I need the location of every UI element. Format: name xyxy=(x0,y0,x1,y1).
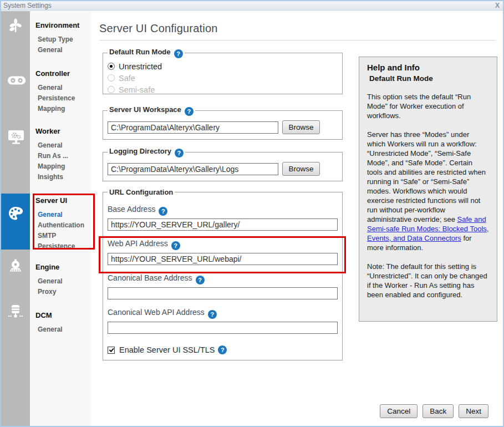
nav-item-controller-mapping[interactable]: Mapping xyxy=(38,105,89,113)
canonical-base-address-input[interactable] xyxy=(108,287,338,299)
nav-header-environment[interactable]: Environment xyxy=(35,21,89,29)
icon-strip xyxy=(1,11,30,426)
workspace-input[interactable] xyxy=(108,121,278,134)
ssl-row: Enable Server UI SSL/TLS xyxy=(108,345,338,354)
nav-item-server-ui-persistence[interactable]: Persistence xyxy=(38,242,89,250)
window-title: System Settings xyxy=(3,2,52,9)
nav-item-worker-insights[interactable]: Insights xyxy=(38,173,89,181)
help-icon-logging[interactable] xyxy=(175,149,184,157)
help-panel-title: Help and Info xyxy=(367,63,489,72)
nav-item-controller-general[interactable]: General xyxy=(38,84,89,92)
help-icon-ssl[interactable] xyxy=(218,345,227,354)
web-api-address-input[interactable] xyxy=(108,253,338,265)
palette-icon[interactable] xyxy=(7,205,24,222)
logging-directory-input[interactable] xyxy=(108,163,278,175)
ssl-checkbox[interactable] xyxy=(108,347,115,354)
nav-section-dcm: DCM General xyxy=(35,311,89,333)
system-settings-window: System Settings xyxy=(0,0,504,427)
nav-item-setup-type[interactable]: Setup Type xyxy=(38,35,89,43)
nav-section-server-ui: Server UI General Authentication SMTP Pe… xyxy=(35,196,89,250)
page-title: Server UI Configuration xyxy=(99,22,218,35)
radio-safe xyxy=(108,74,115,82)
logging-group: Logging Directory Browse xyxy=(103,147,343,181)
help-icon-web-api-address[interactable] xyxy=(171,241,180,250)
radio-row-safe: Safe xyxy=(108,73,338,83)
nav-item-server-ui-general[interactable]: General xyxy=(38,211,89,218)
browse-button-workspace[interactable]: Browse xyxy=(282,120,320,134)
nav-item-dcm-general[interactable]: General xyxy=(38,326,89,333)
nav-header-engine[interactable]: Engine xyxy=(35,263,89,271)
url-configuration-group: URL Configuration Base Address Web API A… xyxy=(103,188,343,360)
help-icon-canonical-web-api-address[interactable] xyxy=(208,310,217,319)
close-icon[interactable] xyxy=(495,2,500,9)
help-panel-subtitle: Default Run Mode xyxy=(369,74,489,83)
nav-item-worker-mapping[interactable]: Mapping xyxy=(38,162,89,170)
canonical-base-address-label: Canonical Base Address xyxy=(108,273,338,283)
browse-button-logging[interactable]: Browse xyxy=(282,162,320,176)
workspace-legend: Server UI Workspace xyxy=(109,105,181,114)
base-address-input[interactable] xyxy=(108,218,338,231)
nav-header-dcm[interactable]: DCM xyxy=(35,311,89,319)
help-panel: Help and Info Default Run Mode This opti… xyxy=(359,57,497,322)
radio-label-safe: Safe xyxy=(119,74,135,83)
nav-item-engine-proxy[interactable]: Proxy xyxy=(38,288,89,296)
title-bar: System Settings xyxy=(1,1,503,11)
web-api-address-label: Web API Address xyxy=(108,239,338,249)
workspace-group: Server UI Workspace Browse xyxy=(103,105,343,140)
nav-section-engine: Engine General Proxy xyxy=(35,263,89,296)
logging-legend: Logging Directory xyxy=(109,147,171,155)
plant-icon[interactable] xyxy=(7,18,24,34)
back-button[interactable]: Back xyxy=(422,404,454,418)
radio-row-unrestricted: Unrestricted xyxy=(108,62,338,71)
url-configuration-legend: URL Configuration xyxy=(109,188,173,196)
nav-item-worker-run-as[interactable]: Run As ... xyxy=(38,152,89,160)
default-run-mode-legend: Default Run Mode xyxy=(109,48,171,56)
nav-section-controller: Controller General Persistence Mapping xyxy=(35,69,89,113)
help-icon-default-run-mode[interactable] xyxy=(174,49,183,58)
nav-header-worker[interactable]: Worker xyxy=(35,127,89,135)
nav-header-server-ui[interactable]: Server UI xyxy=(35,196,89,205)
footer-buttons: Cancel Back Next xyxy=(380,404,488,418)
gamepad-icon[interactable] xyxy=(7,73,24,90)
nav-section-environment: Environment Setup Type General xyxy=(35,21,89,54)
nav-item-environment-general[interactable]: General xyxy=(38,46,89,54)
monitor-gears-icon[interactable] xyxy=(7,129,24,145)
nav-item-server-ui-smtp[interactable]: SMTP xyxy=(38,232,89,240)
server-icon[interactable] xyxy=(7,303,24,320)
help-icon-workspace[interactable] xyxy=(185,107,194,116)
help-paragraph-2: Server has three “Modes” under which Wor… xyxy=(367,130,489,252)
workspace-row: Browse xyxy=(108,120,338,134)
sidebar: Environment Setup Type General Controlle… xyxy=(30,11,91,426)
nav-item-server-ui-authentication[interactable]: Authentication xyxy=(38,221,89,229)
radio-unrestricted[interactable] xyxy=(108,63,115,70)
nav-item-controller-persistence[interactable]: Persistence xyxy=(38,94,89,102)
help-icon-canonical-base-address[interactable] xyxy=(196,276,205,284)
radio-label-unrestricted: Unrestricted xyxy=(119,62,162,71)
next-button[interactable]: Next xyxy=(459,404,488,418)
help-paragraph-3: Note: The default for this setting is “U… xyxy=(367,262,489,299)
engine-icon[interactable] xyxy=(7,258,24,274)
radio-label-semi-safe: Semi-safe xyxy=(119,85,155,94)
canonical-web-api-address-input[interactable] xyxy=(108,322,338,334)
checkmark-icon xyxy=(109,347,114,352)
logging-row: Browse xyxy=(108,162,338,176)
nav-section-worker: Worker General Run As ... Mapping Insigh… xyxy=(35,127,89,181)
default-run-mode-group: Default Run Mode Unrestricted Safe Semi-… xyxy=(103,48,343,94)
help-icon-base-address[interactable] xyxy=(159,207,167,216)
radio-semi-safe xyxy=(108,86,115,93)
canonical-web-api-address-label: Canonical Web API Address xyxy=(108,308,338,318)
title-divider xyxy=(99,40,496,40)
ssl-checkbox-label: Enable Server UI SSL/TLS xyxy=(119,345,215,354)
nav-item-engine-general[interactable]: General xyxy=(38,277,89,285)
nav-header-controller[interactable]: Controller xyxy=(35,69,89,78)
base-address-label: Base Address xyxy=(108,205,338,215)
help-paragraph-1: This option sets the default “Run Mode” … xyxy=(367,92,489,120)
radio-row-semi-safe: Semi-safe xyxy=(108,85,338,94)
nav-item-worker-general[interactable]: General xyxy=(38,141,89,149)
cancel-button[interactable]: Cancel xyxy=(380,404,418,418)
